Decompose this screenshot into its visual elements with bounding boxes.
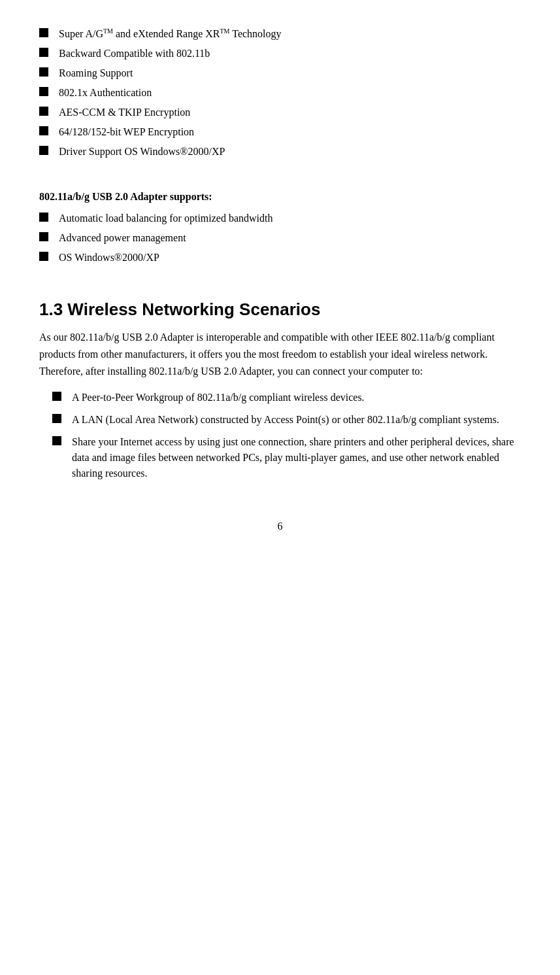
list-item: OS Windows®2000/XP [39, 250, 521, 265]
item-text: AES-CCM & TKIP Encryption [59, 105, 190, 120]
bullet-icon [39, 146, 48, 155]
item-text: Backward Compatible with 802.11b [59, 46, 210, 61]
bullet-icon [52, 414, 61, 423]
bullet-icon [39, 213, 48, 222]
item-text: 64/128/152-bit WEP Encryption [59, 124, 194, 140]
item-text: A LAN (Local Area Network) constructed b… [72, 412, 499, 428]
bullet-icon [39, 107, 48, 116]
item-text: OS Windows®2000/XP [59, 250, 159, 265]
feature-list-2: Automatic load balancing for optimized b… [39, 211, 521, 265]
bullet-icon [39, 87, 48, 96]
list-item: Backward Compatible with 802.11b [39, 46, 521, 61]
item-text: Super A/GTM and eXtended Range XRTM Tech… [59, 26, 282, 42]
list-item: Advanced power management [39, 230, 521, 246]
list-item: Automatic load balancing for optimized b… [39, 211, 521, 226]
list-item: Super A/GTM and eXtended Range XRTM Tech… [39, 26, 521, 42]
list-item: Share your Internet access by using just… [39, 434, 521, 481]
list-item: Roaming Support [39, 65, 521, 81]
subsection-heading: 802.11a/b/g USB 2.0 Adapter supports: [39, 191, 521, 203]
bullet-icon [39, 252, 48, 261]
bullet-icon [52, 392, 61, 401]
bullet-icon [39, 232, 48, 241]
body-paragraph: As our 802.11a/b/g USB 2.0 Adapter is in… [39, 329, 521, 379]
list-item: AES-CCM & TKIP Encryption [39, 105, 521, 120]
item-text: Advanced power management [59, 230, 186, 246]
page-number: 6 [39, 521, 521, 532]
list-item: 802.1x Authentication [39, 85, 521, 101]
section-title: 1.3 Wireless Networking Scenarios [39, 299, 521, 320]
item-text: A Peer-to-Peer Workgroup of 802.11a/b/g … [72, 390, 365, 405]
list-item: A Peer-to-Peer Workgroup of 802.11a/b/g … [39, 390, 521, 405]
item-text: Roaming Support [59, 65, 133, 81]
bullet-icon [52, 436, 61, 445]
list-item: Driver Support OS Windows®2000/XP [39, 144, 521, 160]
scenario-list: A Peer-to-Peer Workgroup of 802.11a/b/g … [39, 390, 521, 481]
item-text: Driver Support OS Windows®2000/XP [59, 144, 225, 160]
list-item: A LAN (Local Area Network) constructed b… [39, 412, 521, 428]
item-text: Automatic load balancing for optimized b… [59, 211, 272, 226]
bullet-icon [39, 67, 48, 77]
bullet-icon [39, 126, 48, 135]
list-item: 64/128/152-bit WEP Encryption [39, 124, 521, 140]
bullet-icon [39, 28, 48, 37]
feature-list-1: Super A/GTM and eXtended Range XRTM Tech… [39, 26, 521, 160]
bullet-icon [39, 48, 48, 57]
item-text: Share your Internet access by using just… [72, 434, 521, 481]
item-text: 802.1x Authentication [59, 85, 152, 101]
